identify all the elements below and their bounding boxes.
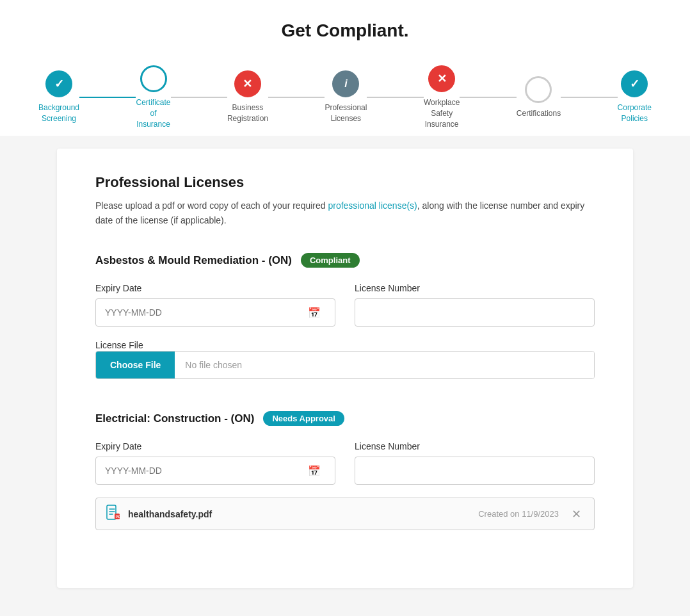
- step-circle-background-screening: ✓: [45, 70, 72, 97]
- expiry-date-input-asbestos[interactable]: 📅: [95, 298, 335, 327]
- expiry-date-group-electrical: Expiry Date 📅: [95, 441, 335, 485]
- license-header-electrical: Electricial: Construction - (ON) Needs A…: [95, 411, 595, 426]
- step-circle-certificate: [140, 65, 167, 92]
- step-label-business: BusinessRegistration: [227, 102, 268, 124]
- file-input-wrapper-asbestos: Choose File No file chosen: [95, 351, 595, 379]
- step-background-screening[interactable]: ✓ BackgroundScreening: [38, 70, 79, 124]
- expiry-date-group-asbestos: Expiry Date 📅: [95, 283, 335, 327]
- connector-6: [561, 97, 617, 98]
- license-name-electrical: Electricial: Construction - (ON): [95, 412, 254, 425]
- file-group-asbestos: License File Choose File No file chosen: [95, 339, 595, 379]
- file-pdf-icon: PDF: [106, 505, 120, 523]
- connector-5: [460, 97, 516, 98]
- file-filename-electrical: healthandsafety.pdf: [128, 509, 478, 519]
- license-number-field-asbestos[interactable]: [355, 299, 594, 326]
- file-remove-button-electrical[interactable]: ✕: [569, 507, 584, 521]
- step-label-workplace: WorkplaceSafetyInsurance: [424, 97, 460, 129]
- step-professional-licenses[interactable]: i ProfessionalLicenses: [325, 70, 367, 124]
- step-circle-licenses: i: [332, 70, 359, 97]
- step-circle-business: ✕: [234, 70, 261, 97]
- stepper: ✓ BackgroundScreening CertificateofInsur…: [0, 59, 690, 136]
- section-description: Please upload a pdf or word copy of each…: [95, 199, 595, 227]
- expiry-date-label-asbestos: Expiry Date: [95, 283, 335, 293]
- step-corporate-policies[interactable]: ✓ CorporatePolicies: [618, 70, 652, 124]
- expiry-date-field-asbestos[interactable]: [105, 307, 308, 318]
- license-number-label-asbestos: License Number: [355, 283, 595, 293]
- license-number-group-electrical: License Number: [355, 441, 595, 485]
- form-row-electrical-1: Expiry Date 📅 License Number: [95, 441, 595, 485]
- step-label-certificate: CertificateofInsurance: [136, 97, 170, 129]
- step-label-background-screening: BackgroundScreening: [38, 102, 79, 124]
- license-block-asbestos: Asbestos & Mould Remediation - (ON) Comp…: [95, 253, 595, 379]
- license-number-group-asbestos: License Number: [355, 283, 595, 327]
- license-number-input-asbestos[interactable]: [355, 298, 595, 327]
- step-circle-workplace: ✕: [428, 65, 455, 92]
- step-certificate-of-insurance[interactable]: CertificateofInsurance: [136, 65, 170, 129]
- license-number-input-electrical[interactable]: [355, 457, 595, 485]
- expiry-date-field-electrical[interactable]: [105, 466, 308, 476]
- stepper-row: ✓ BackgroundScreening CertificateofInsur…: [0, 59, 690, 129]
- highlight-text: professional license(s): [328, 200, 417, 211]
- calendar-icon-asbestos: 📅: [308, 307, 326, 319]
- file-attachment-electrical: PDF healthandsafety.pdf Created on 11/9/…: [95, 498, 595, 530]
- file-name-asbestos: No file chosen: [175, 352, 594, 378]
- svg-rect-0: [107, 505, 116, 519]
- connector-2: [171, 97, 227, 98]
- step-label-certifications: Certifications: [517, 108, 561, 119]
- connector-3: [268, 97, 325, 98]
- license-number-field-electrical[interactable]: [355, 457, 594, 484]
- license-number-label-electrical: License Number: [355, 441, 595, 451]
- step-workplace-safety[interactable]: ✕ WorkplaceSafetyInsurance: [424, 65, 460, 129]
- expiry-date-input-electrical[interactable]: 📅: [95, 457, 335, 485]
- badge-compliant: Compliant: [301, 253, 360, 268]
- connector-1: [79, 97, 136, 98]
- section-title: Professional Licenses: [95, 174, 595, 191]
- step-circle-certifications: [525, 76, 552, 103]
- step-certifications[interactable]: Certifications: [517, 76, 561, 119]
- file-created-electrical: Created on 11/9/2023: [478, 509, 559, 519]
- page-title: Get Compliant.: [0, 20, 690, 41]
- license-header-asbestos: Asbestos & Mould Remediation - (ON) Comp…: [95, 253, 595, 268]
- connector-4: [367, 97, 423, 98]
- step-label-corporate: CorporatePolicies: [618, 102, 652, 124]
- calendar-icon-electrical: 📅: [308, 465, 326, 477]
- badge-needs-approval: Needs Approval: [263, 411, 344, 426]
- step-circle-corporate: ✓: [621, 70, 648, 97]
- page-header: Get Compliant.: [0, 0, 690, 59]
- main-content: Professional Licenses Please upload a pd…: [57, 149, 633, 588]
- license-block-electrical: Electricial: Construction - (ON) Needs A…: [95, 411, 595, 530]
- license-name-asbestos: Asbestos & Mould Remediation - (ON): [95, 254, 292, 267]
- form-row-asbestos-1: Expiry Date 📅 License Number: [95, 283, 595, 327]
- svg-text:PDF: PDF: [116, 515, 121, 519]
- choose-file-button-asbestos[interactable]: Choose File: [96, 352, 175, 378]
- step-label-licenses: ProfessionalLicenses: [325, 102, 367, 124]
- expiry-date-label-electrical: Expiry Date: [95, 441, 335, 451]
- file-label-asbestos: License File: [95, 340, 143, 350]
- step-business-registration[interactable]: ✕ BusinessRegistration: [227, 70, 268, 124]
